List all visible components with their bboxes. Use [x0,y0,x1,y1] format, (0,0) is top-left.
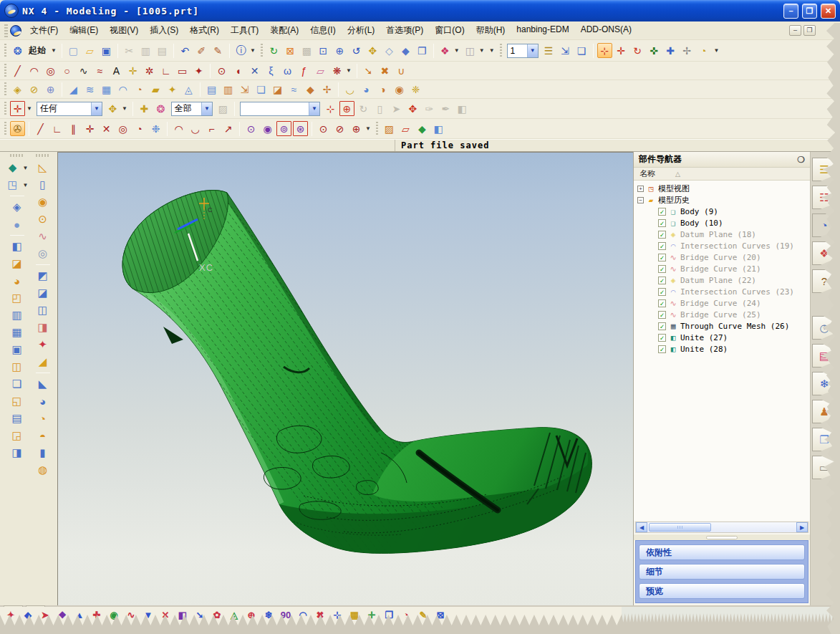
rapid-surface-button[interactable]: ▥ ▼ ▼ [221,82,236,97]
tree-item-body-10[interactable]: ✓ ❑ Body (10) [650,217,810,229]
navigator-column-header[interactable]: 名称 △ [634,168,810,181]
extrude-button[interactable]: ◧ ▼ ▼ [9,239,26,254]
tree-item-bridge-curve-24[interactable]: ✓ ∿ Bridge Curve (24) [650,297,810,309]
step-button[interactable]: ➤ ▼ ▼ [389,101,404,116]
toolbar-overflow-dropdown[interactable]: ▼ ▼ [713,47,721,54]
tree-item-through-curve-mesh-26[interactable]: ✓ ▦ Through Curve Mesh (26) [650,320,810,332]
docked-toolbar-icon[interactable]: ✛ ▼ ▼ [365,607,379,622]
handle-button[interactable]: ✒ ▼ ▼ [438,101,453,116]
chevron-down-icon[interactable]: ▼ [49,47,58,54]
snap-quadrant-button[interactable]: ◔ ▼ ▼ [132,121,147,136]
bounded-plane-button[interactable]: ▰ ▼ ▼ [148,82,163,97]
toolbar-grip[interactable] [376,122,378,136]
trim-body-button[interactable]: ◪ ▼ ▼ [9,256,26,272]
through-curves-button[interactable]: ≋ ▼ ▼ [82,82,97,97]
tree-checkbox[interactable]: ✓ [658,265,666,273]
tree-expander[interactable]: − [637,197,644,203]
fillet-surface-button[interactable]: ◡ ▼ ▼ [342,82,357,97]
ruled-surface-button[interactable]: ◢ ▼ ▼ [66,82,81,97]
sort-indicator-icon[interactable]: △ [675,170,680,178]
docked-toolbar-icon[interactable]: ⊕ ▼ ▼ [244,607,259,622]
sphere-button[interactable]: ● ▼ ▼ [9,216,26,232]
panel-splitter[interactable] [634,534,810,540]
tree-item-body-9[interactable]: ✓ ❑ Body (9) [650,206,810,217]
docked-toolbar-icon[interactable]: ➤ ▼ ▼ [38,607,52,622]
tree-checkbox[interactable]: ✓ [658,277,666,284]
snap-point-on-curve-2-button[interactable]: ◡ ▼ ▼ [188,121,203,136]
point-constructor-button[interactable]: ⊕ ▼ ▼ [339,101,354,116]
new-button[interactable]: ▢ ▼ ▼ [66,43,81,58]
dome-button[interactable]: ◓ ▼ ▼ [34,428,52,443]
snap-circle-3-button[interactable]: ⊕ ▼ ▼ [349,121,372,136]
menu-analysis[interactable]: 分析(L) [342,21,381,39]
close-button[interactable]: ✕ [821,4,836,19]
docked-toolbar-icon[interactable]: ⊹ ▼ ▼ [330,607,344,622]
sketch-button[interactable]: ◺ ▼ ▼ [34,160,52,176]
select-all-button[interactable]: ✚ ▼ ▼ [137,101,152,116]
docked-toolbar-icon[interactable]: ◔ ▼ ▼ [399,607,413,622]
start-menu-button[interactable]: 起始 起始▼ ▼ [26,44,48,57]
menu-window[interactable]: 窗口(O) [429,21,470,39]
split-body-button[interactable]: ◲ ▼ ▼ [9,428,26,443]
move-object-button[interactable]: ✥ ▼ ▼ [405,101,420,116]
type-filter-combo[interactable]: 全部 全部▼ ▼ [170,102,214,116]
wrap-button[interactable]: ◍ ▼ ▼ [34,462,52,478]
tree-checkbox[interactable]: ✓ [658,254,666,261]
wcs-orient-button[interactable]: ✜ ▼ ▼ [647,43,662,58]
tree-checkbox[interactable]: ✓ [658,311,666,319]
menu-insert[interactable]: 插入(S) [144,21,184,39]
chevron-down-icon[interactable]: ▼ [527,44,538,57]
menu-format[interactable]: 格式(R) [184,21,225,39]
docked-toolbar-icon[interactable]: ❖ ▼ ▼ [55,607,69,622]
corner-button[interactable]: ∟ ▼ ▼ [158,63,173,78]
offset-surface-button[interactable]: ❏ ▼ ▼ [254,82,269,97]
circle-button[interactable]: ○ ▼ ▼ [59,63,74,78]
mdi-minimize-button[interactable]: – [789,25,801,36]
panel-button[interactable]: ▯ ▼ ▼ [372,101,387,116]
navigator-horizontal-scrollbar[interactable]: ◀ ▶ [635,522,808,533]
docked-toolbar-icon[interactable]: ❐ ▼ ▼ [382,607,396,622]
tree-item-datum-plane-18[interactable]: ✓ ◈ Datum Plane (18) [650,229,810,240]
snap-circle-1-button[interactable]: ⊙ ▼ ▼ [316,121,331,136]
menu-view[interactable]: 视图(V) [104,21,144,39]
docked-toolbar-icon[interactable]: 90 ▼ ▼ [279,607,293,622]
undo-button[interactable]: ↶ ▼ ▼ [178,43,193,58]
combo-box[interactable]: ▼ [240,102,320,116]
title-bar[interactable]: NX 4 - Modeling - [1005.prt] – ❐ ✕ [0,0,840,21]
tree-item-bridge-curve-20[interactable]: ✓ ∿ Bridge Curve (20) [650,251,810,263]
groove-button[interactable]: ◨ ▼ ▼ [34,320,52,335]
chevron-down-icon[interactable]: ▼ [91,102,102,115]
redo-button[interactable]: ✎ ▼ ▼ [211,43,226,58]
wcs-dynamics-button[interactable]: ⊹ ▼ ▼ [597,43,612,58]
dependencies-panel[interactable]: 依附性 [639,544,805,560]
snap-line-button[interactable]: ╱ ▼ ▼ [33,121,48,136]
splitter-handle[interactable] [706,536,738,539]
arc-button[interactable]: ◠ ▼ ▼ [26,63,42,78]
snap-midpoint-button[interactable]: ∥ ▼ ▼ [66,121,81,136]
tree-item-bridge-curve-25[interactable]: ✓ ∿ Bridge Curve (25) [650,309,810,320]
toolbar-options-dropdown[interactable]: ▼ ▼ [488,47,496,54]
tree-checkbox[interactable]: ✓ [658,242,666,250]
sheet-from-curves-button[interactable]: ▱ ▼ ▼ [313,63,328,78]
scroll-left-icon[interactable]: ◀ [636,522,647,532]
docked-toolbar-icon[interactable]: ✚ ▼ ▼ [90,607,104,622]
docked-toolbar-icon[interactable]: ⊠ ▼ ▼ [433,607,448,622]
mirror-body-button[interactable]: ◫ ▼ ▼ [9,359,26,375]
hole-button[interactable]: ◉ ▼ ▼ [34,194,52,210]
measure-button[interactable]: ⊹ ▼ ▼ [323,101,338,116]
toolbar-grip[interactable] [10,154,24,157]
extension-surface-button[interactable]: ⇲ ▼ ▼ [237,82,252,97]
docked-toolbar-icon[interactable]: ✎ ▼ ▼ [416,607,430,622]
menu-file[interactable]: 文件(F) [24,21,64,39]
circle-center-button[interactable]: ◎ ▼ ▼ [43,63,58,78]
preview-panel[interactable]: 预览 [639,583,805,599]
view-layout-button[interactable]: ◫ ▼ ▼ [463,43,486,58]
chevron-down-icon[interactable]: ▼ [488,47,496,54]
selection-filter-combo[interactable]: 任何 任何▼ ▼ [35,102,104,116]
face-analysis-button[interactable]: ◆ ▼ ▼ [415,121,430,136]
wcs-save-button[interactable]: ✚ ▼ ▼ [663,43,678,58]
datum-axis-button[interactable]: ⊘ ▼ ▼ [26,82,42,97]
docked-toolbar-icon[interactable]: ◧ ▼ ▼ [175,607,190,622]
face-blend-button[interactable]: ◔ ▼ ▼ [34,410,52,426]
line-button[interactable]: ╱ ▼ ▼ [10,63,25,78]
